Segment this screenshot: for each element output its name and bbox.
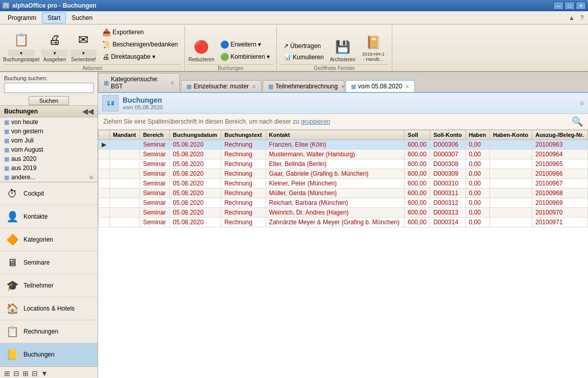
erweitern-button[interactable]: 🔵 Erweitern ▾ [217,39,273,50]
locations-icon: 🏠 [5,301,19,316]
table-search-icon[interactable]: 🔍 [572,116,583,127]
menu-start[interactable]: Start [42,12,66,23]
table-cell [110,179,140,188]
col-haben-konto[interactable]: Haben-Konto [489,130,532,140]
toolbar-btn-5[interactable]: ▼ [40,368,49,378]
col-bereich[interactable]: Bereich [139,130,169,140]
table-cell: 600,00 [405,188,430,198]
table-cell: 20100970 [532,208,587,218]
sidebar-item-heute[interactable]: ▦ von heute [0,117,98,127]
tab-einzelsuche[interactable]: ▦ Einzelsuche: muster ✕ [181,80,262,92]
buchungsstapel-button[interactable]: 📋 [8,30,35,50]
minimize-button[interactable]: — [553,2,563,10]
col-kontakt[interactable]: Kontakt [266,130,405,140]
menu-programm[interactable]: Programm [2,12,42,23]
tab-close-datum[interactable]: ✕ [405,84,409,89]
col-auszug[interactable]: Auszug-/Beleg-Nr. [532,130,587,140]
tab-close-einzelsuche[interactable]: ✕ [252,84,256,89]
menu-help[interactable]: ? [578,14,586,22]
menu-arrow-up[interactable]: ▲ [568,14,576,22]
toolbar-btn-4[interactable]: ⊟ [31,368,39,378]
handb-button[interactable]: 📔 [358,33,389,52]
maximize-button[interactable]: □ [565,2,575,10]
table-cell [110,140,140,150]
sidebar-nav-rechnungen[interactable]: 📋 Rechnungen [0,320,98,343]
col-soll-konto[interactable]: Soll-Konto [430,130,465,140]
col-datum[interactable]: Buchungsdatum [170,130,221,140]
table-cell: D000306 [430,140,465,150]
erweitern-icon: 🔵 [220,40,229,49]
reduzieren-button[interactable]: 🔴 [188,37,215,57]
suchen-button[interactable]: Suchen [29,96,69,105]
ribbon: 📋 ▼ Buchungsstapel 🖨 ▼ Ausgeben ✉ ▼ Seri… [0,25,588,72]
panel-grip-icon[interactable]: ≡ [580,99,584,107]
table-row[interactable]: ▶Seminar05.08.2020RechnungFranzen, Elise… [99,140,588,150]
col-mandant[interactable]: Mandant [110,130,140,140]
toolbar-btn-2[interactable]: ⊟ [12,368,20,378]
sidebar-nav-cockpit[interactable]: ⏱ Cockpit [0,182,98,205]
ribbon-archivieren: 💾 Archivieren [330,37,356,62]
table-cell: Rechnung [221,188,266,198]
toolbar-btn-1[interactable]: ⊞ [3,368,11,378]
sidebar-nav-seminare[interactable]: 🖥 Seminare [0,251,98,274]
table-row[interactable]: Seminar05.08.2020RechnungGaar, Gabriele … [99,169,588,179]
sidebar-list-label-juli: vom Juli [11,137,34,144]
exportieren-button[interactable]: 📤 Exportieren [99,27,181,38]
tab-datum[interactable]: ▦ vom 05.08.2020 ✕ [345,80,415,92]
kumulieren-button[interactable]: 📊 Kumulieren [280,52,327,62]
table-cell: 0,00 [465,218,489,227]
sidebar-nav-teilnehmer[interactable]: 🎓 Teilnehmer [0,274,98,297]
direktausgabe-button[interactable]: 🖨 Direktausgabe ▾ [99,51,181,62]
tab-kategoriensuche[interactable]: ▦ Kategoriensuche: BST ✕ [98,73,180,92]
sidebar-item-gestern[interactable]: ▦ von gestern [0,127,98,136]
col-soll[interactable]: Soll [405,130,430,140]
sidebar-nav-buchungen[interactable]: 📒 Buchungen [0,343,98,366]
serienbrief-arrow[interactable]: ▼ [70,50,97,57]
archivieren-button[interactable]: 💾 [330,37,356,57]
ausgeben-arrow[interactable]: ▼ [41,50,68,57]
uebertragen-button[interactable]: ↗ Übertragen [280,41,327,51]
table-row[interactable]: Seminar05.08.2020RechnungMustermann, Wal… [99,150,588,159]
table-row[interactable]: Seminar05.08.2020RechnungKleiner, Peter … [99,179,588,188]
search-input[interactable] [4,83,93,93]
tab-close-kategoriensuche[interactable]: ✕ [170,80,174,86]
table-cell: 05.08.2020 [170,188,221,198]
sidebar-nav-locations[interactable]: 🏠 Locations & Hotels [0,297,98,320]
close-button[interactable]: ✕ [576,2,586,10]
sidebar-nav-kontakte[interactable]: 👤 Kontakte [0,205,98,228]
col-text[interactable]: Buchungstext [221,130,266,140]
sidebar-item-2019[interactable]: ▦ aus 2019 [0,163,98,173]
serienbrief-button[interactable]: ✉ [70,30,97,50]
bescheinigen-button[interactable]: 📜 Bescheinigen/bedanken [99,39,181,50]
group-hint-text: Ziehen Sie eine Spaltenüberschrift in di… [103,118,330,125]
table-row[interactable]: Seminar05.08.2020RechnungReichart, Barba… [99,198,588,208]
sidebar-item-juli[interactable]: ▦ vom Juli [0,136,98,145]
menu-suchen[interactable]: Suchen [66,12,98,23]
table-cell: Weinrich, Dr. Andres (Hagen) [266,208,405,218]
table-cell: 600,00 [405,218,430,227]
col-haben[interactable]: Haben [465,130,489,140]
table-row[interactable]: Seminar05.08.2020RechnungWeinrich, Dr. A… [99,208,588,218]
tab-close-teilnehmerabrechnung[interactable]: ✕ [341,84,345,89]
window-controls: — □ ✕ [553,2,586,10]
toolbar-btn-3[interactable]: ⊞ [21,368,30,378]
table-row[interactable]: Seminar05.08.2020RechnungElter, Belinda … [99,159,588,169]
ausgeben-button[interactable]: 🖨 [41,30,68,50]
table-row[interactable]: Seminar05.08.2020RechnungZahnärzte Meyer… [99,218,588,227]
buchungsstapel-arrow[interactable]: ▼ [8,50,35,57]
tab-icon-datum: ▦ [351,83,356,90]
kategorien-label: Kategorien [23,236,53,243]
kombinieren-button[interactable]: 🟢 Kombinieren ▾ [217,51,273,62]
tab-label-kategoriensuche: Kategoriensuche: BST [111,76,167,90]
table-cell [489,218,532,227]
kumulieren-label: Kumulieren [293,54,324,61]
sidebar-nav-kategorien[interactable]: 🔶 Kategorien [0,228,98,251]
sidebar-collapse-button[interactable]: ◀◀ [82,107,93,115]
table-row[interactable]: Seminar05.08.2020RechnungMüller, Gerda (… [99,188,588,198]
sidebar-item-august[interactable]: ▦ vom August [0,145,98,154]
tab-teilnehmerabrechnung[interactable]: ▦ Teilnehmerabrechnung ✕ [263,80,344,92]
sidebar-item-2020[interactable]: ▦ aus 2020 [0,154,98,163]
table-cell: 600,00 [405,179,430,188]
sidebar-item-andere[interactable]: ▦ andere... ⚙ [0,173,98,182]
table-cell: Seminar [139,188,169,198]
